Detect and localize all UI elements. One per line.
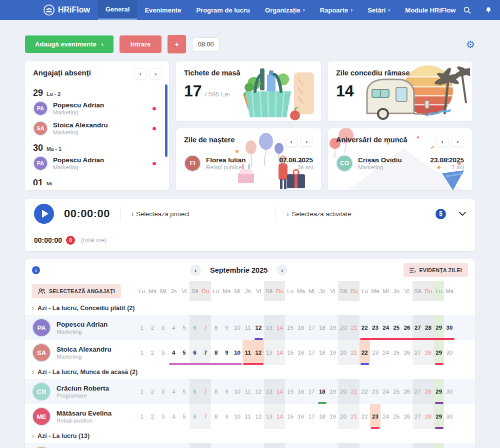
day-cell[interactable]: 15 — [285, 315, 296, 340]
day-cell[interactable]: 12 — [253, 443, 264, 448]
day-cell[interactable]: 11 — [242, 443, 253, 448]
nav-item-organiza-ie[interactable]: Organizație› — [258, 0, 312, 20]
day-cell[interactable]: 10 — [232, 443, 242, 448]
day-cell[interactable]: 8 — [211, 340, 222, 365]
day-cell[interactable]: 8 — [211, 443, 222, 448]
day-cell[interactable]: 25 — [391, 404, 402, 429]
day-cell[interactable]: 14 — [274, 404, 285, 429]
day-cell[interactable]: 6 — [190, 315, 200, 340]
prev-month-button[interactable]: ‹ — [190, 265, 201, 276]
next-month-button[interactable]: › — [276, 265, 288, 276]
day-cell[interactable]: 4 — [168, 340, 179, 365]
day-cell[interactable]: 2 — [147, 340, 158, 365]
day-cell[interactable]: 17 — [306, 340, 317, 365]
info-icon[interactable]: i — [32, 266, 40, 274]
day-cell[interactable]: 21 — [348, 315, 359, 340]
day-cell[interactable]: 6 — [190, 379, 200, 404]
day-cell[interactable]: 21 — [348, 379, 359, 404]
calendar-group-header[interactable]: ›Azi - La lucru (13) — [25, 429, 475, 443]
absent-employee-row[interactable]: SAStoica AlexandruMarketing — [33, 118, 161, 138]
day-cell[interactable]: 15 — [285, 340, 296, 365]
day-cell[interactable]: 11 — [242, 379, 253, 404]
day-cell[interactable]: 30 — [444, 340, 454, 365]
day-cell[interactable]: 9 — [222, 404, 232, 429]
day-cell[interactable]: 22 — [360, 443, 370, 448]
day-cell[interactable]: 24 — [380, 315, 391, 340]
day-cell[interactable]: 27 — [412, 315, 423, 340]
day-cell[interactable]: 13 — [264, 404, 274, 429]
day-cell[interactable]: 20 — [338, 315, 348, 340]
day-cell[interactable]: 28 — [423, 379, 434, 404]
day-cell[interactable]: 30 — [444, 379, 454, 404]
day-cell[interactable]: 29 — [434, 404, 444, 429]
nav-item-program-de-lucru[interactable]: Program de lucru — [188, 0, 258, 20]
day-cell[interactable]: 27 — [412, 443, 423, 448]
day-cell[interactable]: 10 — [232, 315, 242, 340]
day-cell[interactable]: 19 — [328, 315, 338, 340]
day-cell[interactable]: 24 — [380, 443, 391, 448]
day-cell[interactable]: 18 — [317, 315, 328, 340]
day-cell[interactable]: 27 — [412, 379, 423, 404]
day-cell[interactable]: 11 — [242, 404, 253, 429]
day-cell[interactable]: 2 — [147, 404, 158, 429]
day-cell[interactable]: 16 — [296, 404, 306, 429]
day-cell[interactable]: 5 — [179, 379, 190, 404]
day-cell[interactable]: 20 — [338, 340, 348, 365]
day-cell[interactable]: 30 — [444, 443, 454, 448]
day-cell[interactable]: 7 — [200, 340, 210, 365]
nav-item-evenimente[interactable]: Evenimente — [137, 0, 188, 20]
day-cell[interactable]: 2 — [147, 379, 158, 404]
day-cell[interactable]: 7 — [200, 315, 210, 340]
day-cell[interactable]: 21 — [348, 443, 359, 448]
day-cell[interactable]: 9 — [222, 443, 232, 448]
day-cell[interactable]: 17 — [306, 379, 317, 404]
select-activity-link[interactable]: + Selectează activitate — [286, 210, 436, 218]
day-cell[interactable]: 4 — [168, 443, 179, 448]
day-cell[interactable]: 23 — [370, 404, 380, 429]
add-time-button[interactable]: + — [168, 35, 186, 53]
day-cell[interactable]: 18 — [317, 404, 328, 429]
day-cell[interactable]: 19 — [328, 379, 338, 404]
nav-item-module-hriflow[interactable]: Module HRiFlow — [398, 0, 463, 20]
day-cell[interactable]: 24 — [380, 340, 391, 365]
day-cell[interactable]: 5 — [179, 404, 190, 429]
anniversaries-prev-button[interactable]: ‹ — [436, 136, 448, 147]
day-cell[interactable]: 4 — [168, 315, 179, 340]
day-cell[interactable]: 4 — [168, 404, 179, 429]
day-cell[interactable]: 18 — [317, 443, 328, 448]
day-cell[interactable]: 29 — [434, 340, 444, 365]
search-icon[interactable] — [463, 6, 472, 14]
day-cell[interactable]: 13 — [264, 315, 274, 340]
day-cell[interactable]: 13 — [264, 379, 274, 404]
day-cell[interactable]: 1 — [136, 379, 147, 404]
day-cell[interactable]: 12 — [253, 404, 264, 429]
day-cell[interactable]: 2 — [147, 443, 158, 448]
absent-employee-row[interactable]: PAPopescu AdrianMarketing — [33, 98, 161, 118]
day-cell[interactable]: 17 — [306, 443, 317, 448]
day-cell[interactable]: 28 — [423, 315, 434, 340]
absent-scrollbar[interactable] — [165, 84, 168, 157]
notifications-bell-icon[interactable] — [484, 6, 492, 14]
day-cell[interactable]: 10 — [232, 340, 242, 365]
day-cell[interactable]: 5 — [179, 315, 190, 340]
day-cell[interactable]: 12 — [253, 340, 264, 365]
absent-prev-button[interactable]: ‹ — [134, 68, 146, 79]
day-cell[interactable]: 25 — [391, 443, 402, 448]
day-cell[interactable]: 16 — [296, 379, 306, 404]
day-cell[interactable]: 1 — [136, 443, 147, 448]
day-cell[interactable]: 19 — [328, 340, 338, 365]
add-events-button[interactable]: Adaugă evenimente › — [25, 35, 114, 53]
day-cell[interactable]: 10 — [232, 379, 242, 404]
birthdays-prev-button[interactable]: ‹ — [285, 136, 298, 147]
calendar-group-header[interactable]: ›Azi - La lucru, Concediu plătit (2) — [25, 301, 475, 315]
day-cell[interactable]: 24 — [380, 404, 391, 429]
day-cell[interactable]: 20 — [338, 379, 348, 404]
billable-money-icon[interactable]: $ — [436, 209, 446, 219]
day-cell[interactable]: 12 — [253, 315, 264, 340]
employee-info[interactable]: MEMătăsaru EvelinaRelații publice — [32, 407, 112, 426]
day-cell[interactable]: 26 — [402, 340, 412, 365]
day-cell[interactable]: 26 — [402, 404, 412, 429]
clock-in-button[interactable]: Intrare — [120, 35, 162, 53]
day-cell[interactable]: 5 — [179, 443, 190, 448]
day-cell[interactable]: 18 — [317, 379, 328, 404]
